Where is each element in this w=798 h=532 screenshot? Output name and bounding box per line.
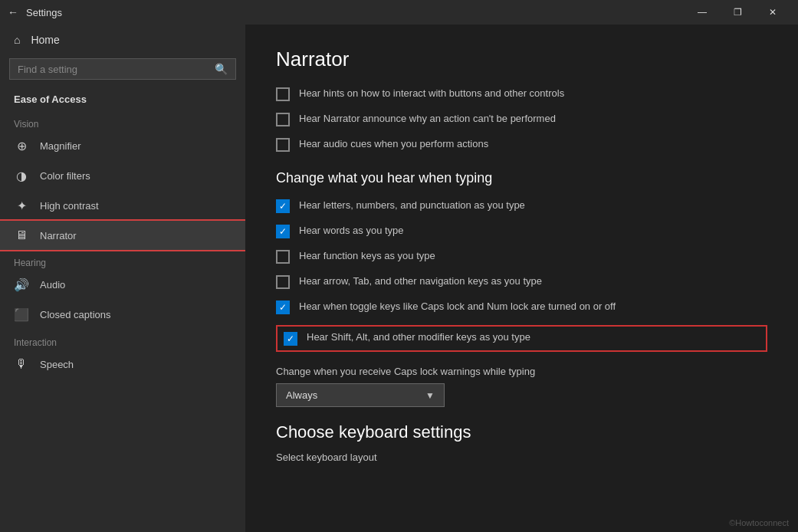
caps-lock-label: Change when you receive Caps lock warnin… <box>276 366 767 377</box>
sidebar-search-box: 🔍 <box>9 58 236 80</box>
checkbox-hints[interactable] <box>276 87 290 101</box>
captions-icon: ⬛ <box>14 307 29 322</box>
narrator-icon: 🖥 <box>14 228 29 242</box>
checkbox-hints-label: Hear hints on how to interact with butto… <box>299 87 564 100</box>
caps-lock-dropdown[interactable]: Always ▼ <box>276 383 445 407</box>
checkbox-function-keys-label: Hear function keys as you type <box>299 249 435 263</box>
sidebar-color-filters-label: Color filters <box>40 170 90 182</box>
checkbox-announce[interactable] <box>276 113 290 126</box>
back-button[interactable]: ← <box>8 6 18 18</box>
checkbox-letters[interactable] <box>276 199 290 213</box>
checkbox-function-keys-row: Hear function keys as you type <box>276 249 767 264</box>
sidebar-narrator-label: Narrator <box>40 230 77 241</box>
close-button[interactable]: ✕ <box>755 0 790 25</box>
restore-button[interactable]: ❐ <box>720 0 755 25</box>
keyboard-section-heading: Choose keyboard settings <box>276 422 767 442</box>
checkbox-arrow-keys[interactable] <box>276 275 290 289</box>
titlebar: ← Settings — ❐ ✕ <box>0 0 798 25</box>
sidebar-speech-label: Speech <box>40 359 74 370</box>
sidebar-item-color-filters[interactable]: ◑ Color filters <box>0 161 245 191</box>
sidebar-captions-label: Closed captions <box>40 309 111 320</box>
sidebar-item-speech[interactable]: 🎙 Speech <box>0 350 245 379</box>
magnifier-icon: ⊕ <box>14 139 29 153</box>
checkbox-words-row: Hear words as you type <box>276 224 767 238</box>
checkbox-toggle-keys-label: Hear when toggle keys like Caps lock and… <box>299 300 616 314</box>
sidebar-item-audio[interactable]: 🔊 Audio <box>0 270 245 300</box>
vision-category-label: Vision <box>0 111 245 131</box>
page-title: Narrator <box>276 48 767 71</box>
interaction-category-label: Interaction <box>0 330 245 350</box>
checkbox-audio-cues[interactable] <box>276 138 290 152</box>
checkbox-audio-cues-row: Hear audio cues when you perform actions <box>276 137 767 152</box>
audio-icon: 🔊 <box>14 277 29 292</box>
ease-of-access-label: Ease of Access <box>0 89 245 111</box>
sidebar-item-closed-captions[interactable]: ⬛ Closed captions <box>0 300 245 330</box>
main-layout: ⌂ Home 🔍 Ease of Access Vision ⊕ Magnifi… <box>0 25 798 532</box>
checkbox-words-label: Hear words as you type <box>299 224 404 238</box>
checkbox-audio-cues-label: Hear audio cues when you perform actions <box>299 137 488 151</box>
sidebar-item-home[interactable]: ⌂ Home <box>0 25 245 55</box>
chevron-down-icon: ▼ <box>425 390 435 401</box>
checkbox-hints-row: Hear hints on how to interact with butto… <box>276 87 767 101</box>
checkbox-words[interactable] <box>276 225 290 238</box>
checkbox-letters-label: Hear letters, numbers, and punctuation a… <box>299 199 525 212</box>
checkbox-letters-row: Hear letters, numbers, and punctuation a… <box>276 199 767 213</box>
sidebar-item-high-contrast[interactable]: ✦ High contrast <box>0 191 245 221</box>
checkbox-function-keys[interactable] <box>276 250 290 264</box>
sidebar-magnifier-label: Magnifier <box>40 140 80 152</box>
hearing-category-label: Hearing <box>0 250 245 270</box>
content-area: Narrator Hear hints on how to interact w… <box>245 25 798 532</box>
sidebar-high-contrast-label: High contrast <box>40 200 99 212</box>
watermark: ©Howtoconnect <box>729 518 789 527</box>
sidebar-home-label: Home <box>31 34 59 46</box>
checkbox-announce-row: Hear Narrator announce why an action can… <box>276 112 767 126</box>
checkbox-modifier-keys[interactable] <box>284 332 297 346</box>
sidebar-item-narrator[interactable]: 🖥 Narrator <box>0 221 245 250</box>
checkbox-toggle-keys-row: Hear when toggle keys like Caps lock and… <box>276 300 767 314</box>
keyboard-sub-label: Select keyboard layout <box>276 452 767 463</box>
checkbox-toggle-keys[interactable] <box>276 300 290 314</box>
high-contrast-icon: ✦ <box>14 199 29 213</box>
checkbox-announce-label: Hear Narrator announce why an action can… <box>299 112 556 126</box>
checkbox-arrow-keys-row: Hear arrow, Tab, and other navigation ke… <box>276 274 767 289</box>
checkbox-arrow-keys-label: Hear arrow, Tab, and other navigation ke… <box>299 274 542 288</box>
checkbox-modifier-keys-row-highlighted: Hear Shift, Alt, and other modifier keys… <box>276 325 767 352</box>
caps-lock-dropdown-value: Always <box>286 389 317 401</box>
speech-icon: 🎙 <box>14 357 29 371</box>
search-input[interactable] <box>18 64 209 75</box>
minimize-button[interactable]: — <box>685 0 720 25</box>
sidebar: ⌂ Home 🔍 Ease of Access Vision ⊕ Magnifi… <box>0 25 245 532</box>
home-icon: ⌂ <box>14 34 20 46</box>
sidebar-item-magnifier[interactable]: ⊕ Magnifier <box>0 131 245 161</box>
typing-section-heading: Change what you hear when typing <box>276 170 767 186</box>
sidebar-audio-label: Audio <box>40 279 65 291</box>
window-controls: — ❐ ✕ <box>685 0 790 25</box>
search-icon: 🔍 <box>215 63 228 75</box>
checkbox-modifier-keys-label: Hear Shift, Alt, and other modifier keys… <box>307 331 530 343</box>
color-filters-icon: ◑ <box>14 169 29 183</box>
titlebar-title: Settings <box>26 7 685 18</box>
